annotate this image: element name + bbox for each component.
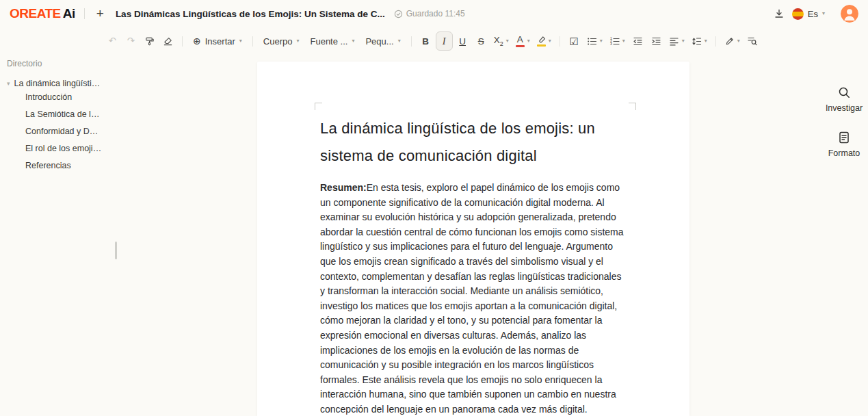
search-icon — [837, 86, 851, 99]
numbered-list-button[interactable]: 1 2 3 ▾ — [607, 31, 628, 51]
bold-label: B — [422, 36, 429, 47]
format-label: Formato — [828, 148, 860, 158]
frame-corner-left — [315, 103, 322, 110]
chevron-down-icon: ▾ — [506, 38, 509, 44]
sidebar-item-root[interactable]: ▾ La dinámica lingüísti… — [7, 79, 122, 88]
sidebar-item-rol-emojis[interactable]: El rol de los emoji… — [7, 140, 122, 157]
editor-canvas: La dinámica lingüística de los emojis: u… — [127, 55, 820, 416]
language-label: Es — [808, 9, 818, 19]
paragraph-style-label: Cuerpo — [263, 36, 293, 47]
avatar-image — [841, 5, 858, 23]
sidebar-item-referencias[interactable]: Referencias — [7, 157, 122, 174]
chevron-down-icon: ▾ — [822, 11, 825, 16]
font-color-button[interactable]: A ▾ — [513, 31, 533, 51]
formatting-toolbar: ↶ ↷ ⊕ Insertar ▾ Cuerpo ▾ Fuente ... ▾ P… — [0, 27, 868, 55]
right-toolrail: Investigar Formato — [820, 55, 868, 416]
bullet-list-icon — [587, 36, 597, 47]
redo-button[interactable]: ↷ — [122, 31, 140, 51]
italic-label: I — [443, 36, 446, 47]
outdent-icon — [633, 36, 643, 47]
subscript-label: X2 — [494, 35, 503, 47]
document-title-block: La dinámica lingüística de los emojis: u… — [320, 115, 627, 170]
format-painter-button[interactable] — [141, 31, 158, 51]
font-family-label: Fuente ... — [310, 36, 347, 47]
chevron-down-icon: ▾ — [527, 38, 530, 44]
font-color-swatch: A — [516, 35, 525, 48]
topbar-actions: Es ▾ — [774, 5, 858, 23]
chevron-down-icon: ▾ — [705, 38, 707, 44]
toolbar-divider — [715, 36, 716, 47]
new-document-button[interactable]: + — [94, 6, 107, 21]
undo-icon: ↶ — [109, 36, 116, 46]
clear-format-button[interactable] — [159, 31, 176, 51]
chevron-down-icon: ▾ — [296, 38, 299, 44]
abstract-text: En esta tesis, exploro el papel dinámico… — [320, 182, 624, 415]
insert-plus-icon: ⊕ — [193, 36, 201, 46]
annotation-pen-button[interactable]: ▾ — [722, 31, 743, 51]
chevron-down-icon: ▾ — [398, 38, 401, 44]
download-icon — [774, 8, 785, 19]
numbered-list-icon: 1 2 3 — [609, 36, 620, 47]
format-painter-icon — [144, 36, 155, 47]
tree-expand-icon[interactable]: ▾ — [7, 80, 10, 87]
document-page[interactable]: La dinámica lingüística de los emojis: u… — [257, 62, 689, 416]
sidebar-item-conformidad[interactable]: Conformidad y D… — [7, 122, 122, 140]
checklist-button[interactable]: ☑ — [566, 31, 583, 51]
abstract-paragraph[interactable]: Resumen:En esta tesis, exploro el papel … — [320, 181, 627, 416]
spanish-flag-icon — [792, 8, 804, 20]
chevron-down-icon: ▾ — [352, 38, 354, 44]
redo-icon: ↷ — [127, 36, 135, 46]
language-selector[interactable]: Es ▾ — [792, 8, 825, 20]
directory-sidebar: Directorio ▾ La dinámica lingüísti… Intr… — [0, 55, 127, 416]
sidebar-item-introduccion[interactable]: Introducción — [7, 88, 122, 105]
insert-label: Insertar — [205, 36, 235, 47]
sidebar-item-semiotica[interactable]: La Semiótica de l… — [7, 105, 122, 122]
topbar-divider — [84, 8, 85, 19]
toolbar-divider — [252, 36, 253, 47]
paragraph-style-dropdown[interactable]: Cuerpo ▾ — [259, 31, 304, 51]
underline-button[interactable]: U — [454, 31, 471, 51]
insert-menu-button[interactable]: ⊕ Insertar ▾ — [188, 31, 247, 51]
undo-button[interactable]: ↶ — [104, 31, 121, 51]
sidebar-scrollbar[interactable] — [115, 242, 117, 259]
indent-button[interactable] — [648, 31, 665, 51]
underline-label: U — [459, 36, 466, 47]
download-button[interactable] — [774, 8, 785, 19]
align-left-icon — [669, 36, 679, 47]
toolbar-divider — [560, 36, 560, 47]
outdent-button[interactable] — [629, 31, 646, 51]
app-logo[interactable]: OREATEAi — [10, 6, 75, 21]
font-size-dropdown[interactable]: Pequ... ▾ — [360, 31, 405, 51]
chevron-down-icon: ▾ — [737, 38, 740, 44]
investigate-label: Investigar — [826, 103, 863, 113]
format-panel-button[interactable]: Formato — [828, 131, 860, 158]
italic-button[interactable]: I — [436, 31, 453, 51]
font-family-dropdown[interactable]: Fuente ... ▾ — [305, 31, 359, 51]
bullet-list-button[interactable]: ▾ — [584, 31, 605, 51]
chevron-down-icon: ▾ — [549, 38, 551, 44]
document-title[interactable]: La dinámica lingüística de los emojis: u… — [320, 115, 627, 170]
logo-ai-text: Ai — [63, 6, 75, 21]
content-area: Directorio ▾ La dinámica lingüísti… Intr… — [0, 55, 868, 416]
document-tab-title[interactable]: Las Dinámicas Lingüísticas de los Emojis… — [116, 9, 385, 19]
frame-corner-right — [629, 103, 636, 110]
format-document-icon — [837, 131, 851, 144]
toolbar-divider — [411, 36, 412, 47]
logo-text: OREATE — [10, 6, 61, 21]
strikethrough-button[interactable]: S — [473, 31, 490, 51]
line-spacing-button[interactable]: ▾ — [689, 31, 710, 51]
save-status-text: Guardado 11:45 — [406, 9, 465, 18]
user-avatar[interactable] — [841, 5, 858, 23]
find-replace-button[interactable] — [744, 31, 761, 51]
chevron-down-icon: ▾ — [239, 38, 242, 44]
svg-text:3: 3 — [610, 42, 612, 46]
subscript-button[interactable]: X2 ▾ — [491, 31, 512, 51]
alignment-button[interactable]: ▾ — [666, 31, 687, 51]
topbar: OREATEAi + Las Dinámicas Lingüísticas de… — [0, 0, 868, 27]
investigate-button[interactable]: Investigar — [826, 86, 863, 113]
highlight-button[interactable]: ▾ — [534, 31, 554, 51]
eraser-icon — [163, 36, 173, 47]
bold-button[interactable]: B — [417, 31, 434, 51]
find-replace-icon — [747, 36, 758, 47]
sidebar-root-label: La dinámica lingüísti… — [14, 79, 101, 88]
